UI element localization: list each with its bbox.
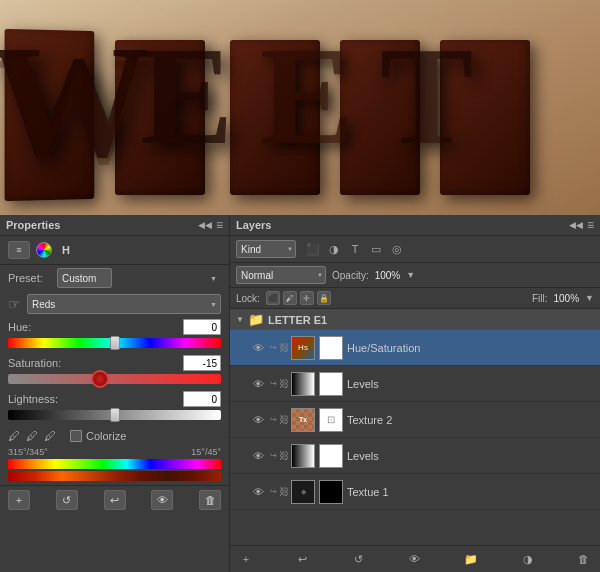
texture2-thumb: Tx <box>291 408 315 432</box>
layers-expand-btn[interactable]: ◀◀ <box>569 220 583 230</box>
saturation-slider-thumb[interactable] <box>91 370 109 388</box>
add-style-btn[interactable]: ↺ <box>349 550 369 568</box>
canvas-preview: W E E T W <box>0 0 600 215</box>
hue-slider-thumb[interactable] <box>110 336 120 350</box>
preset-row: Preset: Custom <box>0 265 229 291</box>
saturation-label: Saturation: <box>8 357 61 369</box>
delete-layer-btn[interactable]: 🗑 <box>574 550 594 568</box>
add-mask-btn[interactable]: 👁 <box>405 550 425 568</box>
layer-name-levels-1: Levels <box>347 378 594 390</box>
eye-icon-hue[interactable]: 👁 <box>250 340 266 356</box>
delete-btn[interactable]: 🗑 <box>199 490 221 510</box>
link-icon-texture2: ↪ <box>270 415 277 424</box>
hue-saturation-icon-btn[interactable] <box>36 242 52 258</box>
lock-paint-btn[interactable]: 🖌 <box>283 291 297 305</box>
new-group-btn[interactable]: 📁 <box>461 550 481 568</box>
layer-item-hue-saturation[interactable]: 👁 ↪ ⛓ Hs Hue/Saturation <box>230 330 600 366</box>
preset-select[interactable]: Custom <box>57 268 112 288</box>
layers-header: Layers ◀◀ ≡ <box>230 215 600 236</box>
channel-select[interactable]: Reds <box>27 294 221 314</box>
eyedropper-icon-2[interactable]: 🖊 <box>26 429 38 443</box>
kind-select[interactable]: Kind <box>236 240 296 258</box>
saturation-label-row: Saturation: <box>8 355 221 371</box>
panels-container: Properties ◀◀ ≡ ≡ H Preset: Custom <box>0 215 600 572</box>
preset-label: Preset: <box>8 272 53 284</box>
reset-btn[interactable]: ↺ <box>56 490 78 510</box>
chain-icon-texture1: ⛓ <box>279 486 289 497</box>
lock-position-btn[interactable]: ✛ <box>300 291 314 305</box>
layers-panel: Layers ◀◀ ≡ Kind ⬛ ◑ T ▭ ◎ <box>230 215 600 572</box>
layer-group-header[interactable]: ▼ 📁 LETTER E1 <box>230 309 600 330</box>
smart-filter-icon[interactable]: ◎ <box>388 240 406 258</box>
lightness-slider-thumb[interactable] <box>110 408 120 422</box>
letter-e1: E <box>140 15 233 176</box>
saturation-value-input[interactable] <box>183 355 221 371</box>
link-icon-levels1: ↪ <box>270 379 277 388</box>
link-layers-btn[interactable]: ↩ <box>292 550 312 568</box>
pixel-filter-icon[interactable]: ⬛ <box>304 240 322 258</box>
channel-select-wrapper: Reds <box>27 294 221 314</box>
opacity-label: Opacity: <box>332 270 369 281</box>
layers-title: Layers <box>236 219 271 231</box>
range-text-1: 315°/345° <box>8 447 48 457</box>
add-layer-btn[interactable]: + <box>236 550 256 568</box>
hand-tool-icon[interactable]: ☞ <box>8 296 21 312</box>
lock-row: Lock: ⬛ 🖌 ✛ 🔒 Fill: 100% ▼ <box>230 288 600 309</box>
levels2-mask-thumb <box>319 444 343 468</box>
lightness-label: Lightness: <box>8 393 58 405</box>
colorize-checkbox-group: Colorize <box>70 430 126 442</box>
sliders-icon: ≡ <box>16 245 21 255</box>
adjustment-filter-icon[interactable]: ◑ <box>325 240 343 258</box>
layer-item-texture2[interactable]: 👁 ↪ ⛓ Tx ⊡ Texture 2 <box>230 402 600 438</box>
opacity-arrow[interactable]: ▼ <box>406 270 415 280</box>
eye-icon-texture1[interactable]: 👁 <box>250 484 266 500</box>
channel-row: ☞ Reds <box>0 291 229 317</box>
fill-value[interactable]: 100% <box>554 293 580 304</box>
lightness-section: Lightness: <box>0 389 229 425</box>
lightness-value-input[interactable] <box>183 391 221 407</box>
opacity-value[interactable]: 100% <box>375 270 401 281</box>
visibility-btn[interactable]: 👁 <box>151 490 173 510</box>
lock-icons-group: ⬛ 🖌 ✛ 🔒 <box>266 291 331 305</box>
lightness-label-row: Lightness: <box>8 391 221 407</box>
lock-transparent-btn[interactable]: ⬛ <box>266 291 280 305</box>
new-adjustment-btn[interactable]: + <box>8 490 30 510</box>
chain-icon-levels2: ⛓ <box>279 450 289 461</box>
colorize-checkbox[interactable] <box>70 430 82 442</box>
chain-icon-levels1: ⛓ <box>279 378 289 389</box>
layers-menu-btn[interactable]: ≡ <box>587 218 594 232</box>
layer-item-texture1[interactable]: 👁 ↪ ⛓ ◆ Textue 1 <box>230 474 600 510</box>
blend-mode-select[interactable]: Normal <box>236 266 326 284</box>
spectrum-bar-2 <box>8 471 221 481</box>
hue-value-input[interactable] <box>183 319 221 335</box>
properties-icon-btn-1[interactable]: ≡ <box>8 241 30 259</box>
type-filter-icon[interactable]: T <box>346 240 364 258</box>
shape-filter-icon[interactable]: ▭ <box>367 240 385 258</box>
fill-label: Fill: <box>532 293 548 304</box>
range-text-2: 15°/45° <box>191 447 221 457</box>
hue-section: Hue: <box>0 317 229 353</box>
eyedropper-icon-3[interactable]: 🖊 <box>44 429 56 443</box>
fill-arrow[interactable]: ▼ <box>585 293 594 303</box>
layer-item-levels-2[interactable]: 👁 ↪ ⛓ Levels <box>230 438 600 474</box>
properties-expand-btn[interactable]: ◀◀ <box>198 220 212 230</box>
link-icon-levels2: ↪ <box>270 451 277 460</box>
spectrum-bar-1 <box>8 459 221 469</box>
eye-icon-levels1[interactable]: 👁 <box>250 376 266 392</box>
lightness-slider-track[interactable] <box>8 410 221 420</box>
levels2-thumb <box>291 444 315 468</box>
new-adj-layer-btn[interactable]: ◑ <box>518 550 538 568</box>
saturation-slider-track[interactable] <box>8 374 221 384</box>
properties-menu-btn[interactable]: ≡ <box>216 218 223 232</box>
hue-slider-track[interactable] <box>8 338 221 348</box>
eye-icon-levels2[interactable]: 👁 <box>250 448 266 464</box>
prev-btn[interactable]: ↩ <box>104 490 126 510</box>
group-expand-arrow: ▼ <box>236 315 244 324</box>
layer-item-levels-1[interactable]: 👁 ↪ ⛓ Levels <box>230 366 600 402</box>
eye-icon-texture2[interactable]: 👁 <box>250 412 266 428</box>
layer-name-hue-saturation: Hue/Saturation <box>347 342 594 354</box>
chain-icon-hue: ⛓ <box>279 342 289 353</box>
eyedropper-icon-1[interactable]: 🖊 <box>8 429 20 443</box>
lock-all-btn[interactable]: 🔒 <box>317 291 331 305</box>
layers-bottom-toolbar: + ↩ ↺ 👁 📁 ◑ 🗑 <box>230 545 600 572</box>
